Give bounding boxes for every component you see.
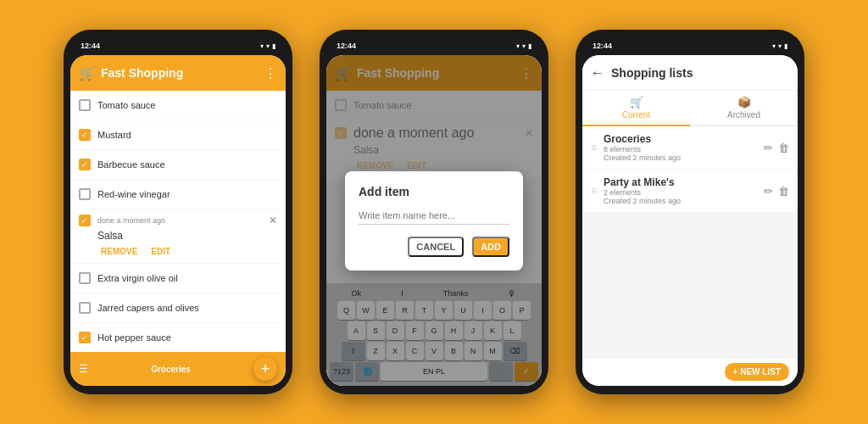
item-label-redwine: Red-wine vinegar bbox=[97, 189, 170, 199]
checkbox-pepper[interactable] bbox=[79, 332, 91, 343]
more-menu-icon-1[interactable]: ⋮ bbox=[264, 65, 277, 81]
signal-icon-3: ▾ bbox=[778, 42, 782, 50]
edit-icon-groceries[interactable]: ✏ bbox=[764, 142, 773, 154]
tab-archived-label: Archived bbox=[727, 110, 760, 120]
signal-icon: ▾ bbox=[266, 42, 270, 50]
entry-elements-party: 2 elements bbox=[604, 188, 764, 197]
expanded-top-row: done a moment ago ✕ bbox=[79, 215, 277, 226]
entry-created-groceries: Created 2 minutes ago bbox=[604, 153, 764, 162]
delete-icon-groceries[interactable]: 🗑 bbox=[778, 142, 789, 154]
app-title-1: Fast Shopping bbox=[101, 66, 264, 80]
list-item-redwine[interactable]: Red-wine vinegar bbox=[70, 180, 286, 209]
salsa-close-btn[interactable]: ✕ bbox=[269, 215, 277, 226]
salsa-time-tag: done a moment ago bbox=[97, 216, 165, 225]
item-label-olive-oil: Extra virgin olive oil bbox=[97, 273, 178, 283]
phone-3-status-icons: ▾ ▾ ▮ bbox=[772, 42, 787, 50]
checkbox-mustard[interactable] bbox=[79, 129, 91, 141]
phone-2-time: 12:44 bbox=[337, 42, 356, 50]
list-item-capers[interactable]: Jarred capers and olives bbox=[70, 293, 286, 322]
shopping-lists-body: ≡ Groceries 8 elements Created 2 minutes… bbox=[582, 126, 798, 357]
item-label-pepper: Hot pepper sauce bbox=[97, 332, 171, 343]
item-label-tomato: Tomato sauce bbox=[97, 100, 155, 110]
drag-icon-party: ≡ bbox=[591, 185, 597, 197]
salsa-edit-btn[interactable]: EDIT bbox=[147, 245, 174, 258]
checkbox-salsa[interactable] bbox=[79, 215, 91, 226]
new-list-button[interactable]: + NEW LIST bbox=[725, 363, 789, 381]
list-item-pepper[interactable]: Hot pepper sauce bbox=[70, 323, 286, 352]
list-item-olive-oil[interactable]: Extra virgin olive oil bbox=[70, 264, 286, 293]
dialog-add-btn[interactable]: ADD bbox=[472, 237, 509, 257]
dialog-input[interactable] bbox=[359, 207, 509, 225]
list-item-bbq[interactable]: Barbecue sauce bbox=[70, 150, 286, 179]
back-icon[interactable]: ← bbox=[591, 65, 604, 81]
bottom-bar-3: + NEW LIST bbox=[582, 357, 798, 386]
phone-1: 12:44 ▾ ▾ ▮ 🛒 Fast Shopping ⋮ Tomato sau… bbox=[64, 30, 292, 394]
entry-title-groceries: Groceries bbox=[604, 133, 764, 145]
wifi-icon-2: ▾ bbox=[516, 42, 520, 50]
drag-icon-groceries: ≡ bbox=[591, 142, 597, 153]
tab-current-label: Current bbox=[622, 110, 650, 120]
entry-info-party: Party at Mike's 2 elements Created 2 min… bbox=[604, 176, 764, 205]
entry-actions-groceries: ✏ 🗑 bbox=[764, 142, 789, 154]
entry-title-party: Party at Mike's bbox=[604, 176, 764, 188]
entry-actions-party: ✏ 🗑 bbox=[764, 185, 789, 198]
cart-icon-1: 🛒 bbox=[79, 65, 96, 81]
tab-archived[interactable]: 📦 Archived bbox=[690, 91, 798, 125]
list-item-tomato[interactable]: Tomato sauce bbox=[70, 91, 286, 120]
item-label-mustard: Mustard bbox=[97, 130, 131, 140]
tab-archived-icon: 📦 bbox=[737, 96, 751, 109]
phone-3: 12:44 ▾ ▾ ▮ ← Shopping lists 🛒 Current 📦… bbox=[576, 30, 804, 394]
entry-info-groceries: Groceries 8 elements Created 2 minutes a… bbox=[604, 133, 764, 162]
edit-icon-party[interactable]: ✏ bbox=[764, 185, 773, 198]
dialog-cancel-btn[interactable]: CANCEL bbox=[408, 237, 464, 257]
phone-1-time: 12:44 bbox=[81, 42, 100, 50]
tab-current-icon: 🛒 bbox=[630, 96, 643, 109]
app-header-1: 🛒 Fast Shopping ⋮ bbox=[70, 55, 286, 91]
bottom-bar-1: ☰ Groceries + bbox=[70, 352, 286, 386]
phone-1-screen: 🛒 Fast Shopping ⋮ Tomato sauce Mustard B… bbox=[70, 55, 286, 386]
signal-icon-2: ▾ bbox=[522, 42, 526, 50]
phone-1-status-icons: ▾ ▾ ▮ bbox=[260, 42, 275, 50]
entry-created-party: Created 2 minutes ago bbox=[604, 197, 764, 205]
tabs-bar: 🛒 Current 📦 Archived bbox=[582, 91, 798, 126]
shopping-list-1: Tomato sauce Mustard Barbecue sauce Red-… bbox=[70, 91, 286, 352]
salsa-remove-btn[interactable]: REMOVE bbox=[97, 245, 141, 258]
checkbox-bbq[interactable] bbox=[79, 159, 91, 170]
dialog-actions: CANCEL ADD bbox=[359, 237, 509, 257]
salsa-name: Salsa bbox=[79, 226, 123, 245]
add-item-dialog: Add item CANCEL ADD bbox=[345, 171, 523, 271]
item-label-capers: Jarred capers and olives bbox=[97, 303, 199, 313]
checkbox-tomato[interactable] bbox=[79, 99, 91, 111]
phone-2-status-icons: ▾ ▾ ▮ bbox=[516, 42, 531, 50]
hamburger-icon-1[interactable]: ☰ bbox=[79, 363, 88, 375]
wifi-icon: ▾ bbox=[260, 42, 264, 50]
dialog-title: Add item bbox=[359, 185, 509, 198]
delete-icon-party[interactable]: 🗑 bbox=[778, 185, 789, 198]
phone-1-notch: 12:44 ▾ ▾ ▮ bbox=[70, 38, 286, 55]
screen-title: Shopping lists bbox=[611, 66, 789, 80]
item-label-bbq: Barbecue sauce bbox=[97, 159, 165, 170]
groceries-bottom-label: Groceries bbox=[151, 365, 191, 374]
battery-icon-3: ▮ bbox=[784, 42, 787, 50]
shopping-lists-header: ← Shopping lists bbox=[582, 55, 798, 91]
list-item-salsa-expanded: done a moment ago ✕ Salsa REMOVE EDIT bbox=[70, 209, 286, 263]
checkbox-olive-oil[interactable] bbox=[79, 272, 91, 284]
phone-2-notch: 12:44 ▾ ▾ ▮ bbox=[326, 38, 542, 55]
entry-elements-groceries: 8 elements bbox=[604, 145, 764, 153]
checkbox-capers[interactable] bbox=[79, 302, 91, 314]
list-entry-groceries[interactable]: ≡ Groceries 8 elements Created 2 minutes… bbox=[582, 126, 798, 169]
battery-icon: ▮ bbox=[272, 42, 275, 50]
checkbox-redwine[interactable] bbox=[79, 188, 91, 200]
salsa-actions: REMOVE EDIT bbox=[79, 245, 174, 258]
phone-3-notch: 12:44 ▾ ▾ ▮ bbox=[582, 38, 798, 55]
phone-2: 12:44 ▾ ▾ ▮ 🛒 Fast Shopping ⋮ Tomato sau… bbox=[320, 30, 548, 394]
dialog-overlay: Add item CANCEL ADD bbox=[326, 55, 542, 386]
wifi-icon-3: ▾ bbox=[772, 42, 776, 50]
list-item-mustard[interactable]: Mustard bbox=[70, 120, 286, 149]
phone-3-time: 12:44 bbox=[593, 42, 612, 50]
tab-current[interactable]: 🛒 Current bbox=[582, 91, 690, 126]
fab-add-button[interactable]: + bbox=[253, 357, 277, 381]
list-entry-party[interactable]: ≡ Party at Mike's 2 elements Created 2 m… bbox=[582, 170, 798, 212]
phone-2-screen: 🛒 Fast Shopping ⋮ Tomato sauce done a mo… bbox=[326, 55, 542, 386]
battery-icon-2: ▮ bbox=[528, 42, 531, 50]
